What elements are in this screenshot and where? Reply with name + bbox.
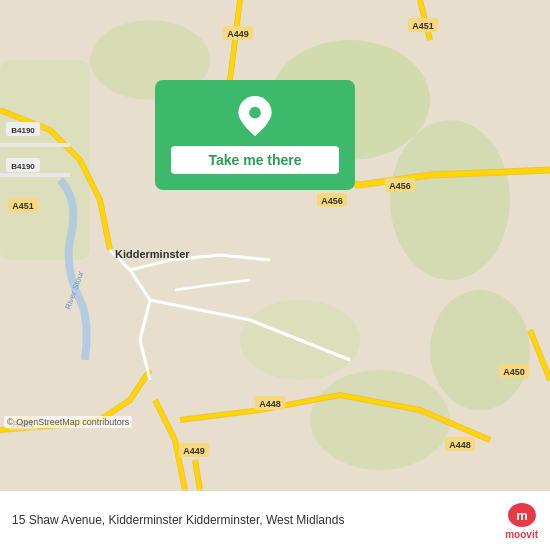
svg-text:B4190: B4190 [11,126,35,135]
svg-point-4 [310,370,450,470]
info-bar: 15 Shaw Avenue, Kidderminster Kiddermins… [0,490,550,550]
map-attribution: © OpenStreetMap contributors [4,416,132,428]
svg-text:A456: A456 [389,181,411,191]
svg-point-3 [430,290,530,410]
moovit-logo: m moovit [505,501,538,540]
svg-text:A448: A448 [259,399,281,409]
moovit-label: moovit [505,529,538,540]
svg-text:B4190: B4190 [11,162,35,171]
svg-text:A448: A448 [449,440,471,450]
take-me-there-button[interactable]: Take me there [171,146,339,174]
moovit-icon: m [506,501,538,529]
address-text: 15 Shaw Avenue, Kidderminster Kiddermins… [12,512,495,529]
svg-text:A451: A451 [412,21,434,31]
svg-text:m: m [516,508,528,523]
map-container: River Stour [0,0,550,490]
svg-point-34 [249,107,261,119]
svg-text:A449: A449 [183,446,205,456]
svg-point-2 [390,120,510,280]
svg-text:A450: A450 [503,367,525,377]
svg-text:A449: A449 [227,29,249,39]
location-pin-icon [235,96,275,136]
svg-text:Kidderminster: Kidderminster [115,248,190,260]
action-card: Take me there [155,80,355,190]
svg-text:A451: A451 [12,201,34,211]
svg-text:A456: A456 [321,196,343,206]
